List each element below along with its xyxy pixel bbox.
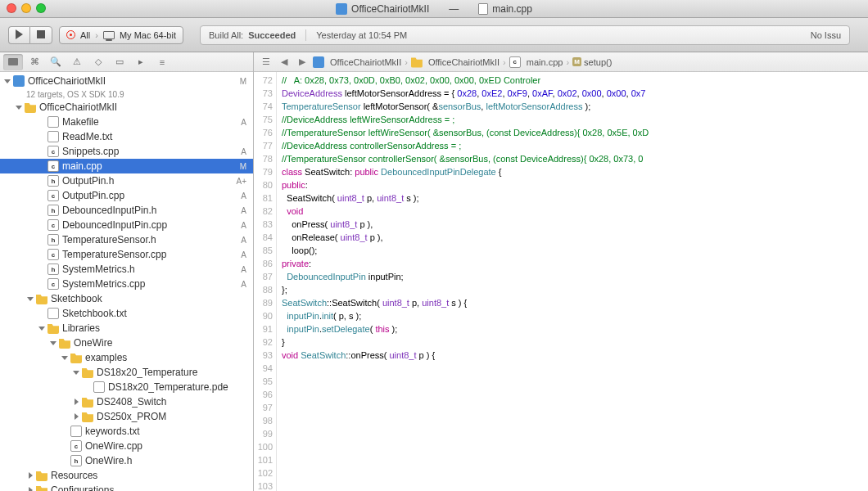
scm-status: A+ <box>236 177 246 186</box>
run-button[interactable] <box>8 26 29 44</box>
jb-seg0[interactable]: OfficeChairiotMkII <box>330 57 401 67</box>
stop-button[interactable] <box>29 26 52 44</box>
disclosure-icon[interactable] <box>61 354 69 362</box>
tree-item[interactable]: DS18x20_Temperature.pde <box>0 380 253 394</box>
title-file-text: main.cpp <box>492 3 532 15</box>
issue-navigator-tab[interactable]: ⚠ <box>67 54 87 70</box>
jump-bar[interactable]: ☰ ◀ ▶ OfficeChairiotMkII › OfficeChairio… <box>254 52 868 72</box>
source-file[interactable]: hSystemMetrics.hA <box>0 262 253 277</box>
tree-item[interactable]: Configurations <box>0 483 253 491</box>
cpp-icon: c <box>47 146 59 157</box>
folder-icon <box>70 352 82 363</box>
jb-seg3[interactable]: setup() <box>584 57 612 67</box>
tree-item[interactable]: DS250x_PROM <box>0 409 253 424</box>
tree-item[interactable]: keywords.txt <box>0 424 253 439</box>
disclosure-icon[interactable] <box>49 339 57 347</box>
tree-item-label: SystemMetrics.cpp <box>62 278 145 290</box>
traffic-lights <box>7 3 46 13</box>
tree-item-label: OneWire.h <box>85 455 132 466</box>
folder-icon <box>411 56 423 68</box>
h-icon: h <box>70 455 82 466</box>
tree-item-label: keywords.txt <box>85 426 140 437</box>
zoom-window-button[interactable] <box>36 3 46 13</box>
folder-icon <box>36 484 47 491</box>
tree-item-label: OfficeChairiotMkII <box>28 75 106 87</box>
group-folder[interactable]: OfficeChairiotMkII <box>0 100 253 115</box>
tree-item[interactable]: OneWire <box>0 336 253 350</box>
log-navigator-tab[interactable]: ≡ <box>152 54 172 70</box>
txt-icon <box>70 426 82 437</box>
source-file[interactable]: cmain.cppM <box>0 159 253 173</box>
jb-seg1[interactable]: OfficeChairiotMkII <box>428 57 500 67</box>
scm-status: M <box>240 162 246 171</box>
editor-pane: ☰ ◀ ▶ OfficeChairiotMkII › OfficeChairio… <box>254 52 868 491</box>
forward-button[interactable]: ▶ <box>295 56 310 69</box>
test-navigator-tab[interactable]: ◇ <box>88 54 108 70</box>
tree-item[interactable]: Libraries <box>0 321 253 336</box>
scm-status: A <box>241 206 246 215</box>
source-file[interactable]: hTemperatureSensor.hA <box>0 232 253 247</box>
scm-status: A <box>241 236 246 245</box>
tree-item[interactable]: DS18x20_Temperature <box>0 365 253 380</box>
scm-status: A <box>241 147 246 156</box>
source-file[interactable]: cSystemMetrics.cppA <box>0 277 253 291</box>
tree-item[interactable]: cOneWire.cpp <box>0 439 253 453</box>
source-file[interactable]: cSnippets.cppA <box>0 144 253 159</box>
folder-icon <box>47 322 59 334</box>
source-file[interactable]: cDebouncedInputPin.cppA <box>0 218 253 232</box>
disclosure-icon[interactable] <box>72 412 80 421</box>
debug-navigator-tab[interactable]: ▭ <box>110 54 129 70</box>
back-button[interactable]: ◀ <box>277 56 292 69</box>
sketchbook-folder[interactable]: Sketchbook <box>0 291 253 306</box>
folder-icon <box>82 411 93 422</box>
source-file[interactable]: cTemperatureSensor.cppA <box>0 247 253 262</box>
line-number-gutter[interactable]: 7273747576777879808182838485868788899091… <box>254 72 277 491</box>
source-file[interactable]: ReadMe.txt <box>0 129 253 144</box>
source-file[interactable]: MakefileA <box>0 115 253 129</box>
folder-icon <box>59 337 70 349</box>
project-root[interactable]: OfficeChairiotMkIIM <box>0 74 253 88</box>
find-navigator-tab[interactable]: 🔍 <box>46 54 66 70</box>
tree-item[interactable]: DS2408_Switch <box>0 394 253 409</box>
tree-item[interactable]: hOneWire.h <box>0 453 253 468</box>
disclosure-icon[interactable] <box>26 486 34 491</box>
symbol-navigator-tab[interactable]: ⌘ <box>25 54 44 70</box>
folder-icon <box>82 367 93 378</box>
cpp-file-icon <box>478 3 488 15</box>
tree-item[interactable]: examples <box>0 350 253 365</box>
source-file[interactable]: hOutputPin.hA+ <box>0 173 253 188</box>
disclosure-icon[interactable] <box>26 471 34 480</box>
disclosure-icon[interactable] <box>72 398 80 406</box>
cpp-icon: c <box>47 219 59 231</box>
disclosure-icon[interactable] <box>15 103 23 111</box>
navigator-sidebar: ⌘ 🔍 ⚠ ◇ ▭ ▸ ≡ OfficeChairiotMkIIM12 targ… <box>0 52 254 491</box>
minimize-window-button[interactable] <box>21 3 31 13</box>
disclosure-icon[interactable] <box>26 295 34 303</box>
tree-item[interactable]: Resources <box>0 468 253 483</box>
source-file[interactable]: hDebouncedInputPin.hA <box>0 203 253 218</box>
disclosure-icon[interactable] <box>38 324 46 332</box>
scm-status: M <box>240 77 246 86</box>
source-file[interactable]: cOutputPin.cppA <box>0 188 253 203</box>
scheme-sep: › <box>95 30 98 40</box>
project-navigator-tab[interactable] <box>3 54 23 70</box>
tree-item-label: examples <box>85 352 127 363</box>
disclosure-icon[interactable] <box>72 368 80 376</box>
tree-item-label: Makefile <box>62 116 99 128</box>
tree-item[interactable]: Sketchbook.txt <box>0 306 253 321</box>
related-items-button[interactable]: ☰ <box>259 56 274 69</box>
close-window-button[interactable] <box>7 3 16 13</box>
target-icon <box>66 30 75 39</box>
source-editor[interactable]: // A: 0x28, 0x73, 0x0D, 0xB0, 0x02, 0x00… <box>277 72 868 491</box>
tree-item-label: Sketchbook <box>51 293 102 304</box>
tree-item-label: TemperatureSensor.h <box>62 234 156 246</box>
title-project: OfficeChairiotMkII <box>336 3 429 15</box>
scheme-selector[interactable]: All › My Mac 64-bit <box>59 26 183 44</box>
file-icon <box>47 116 59 128</box>
jb-seg2[interactable]: main.cpp <box>527 57 563 67</box>
tree-item-label: OutputPin.cpp <box>62 190 124 201</box>
disclosure-icon[interactable] <box>3 77 11 85</box>
status-time: Yesterday at 10:54 PM <box>316 30 407 40</box>
project-tree[interactable]: OfficeChairiotMkIIM12 targets, OS X SDK … <box>0 72 253 491</box>
breakpoint-navigator-tab[interactable]: ▸ <box>131 54 151 70</box>
